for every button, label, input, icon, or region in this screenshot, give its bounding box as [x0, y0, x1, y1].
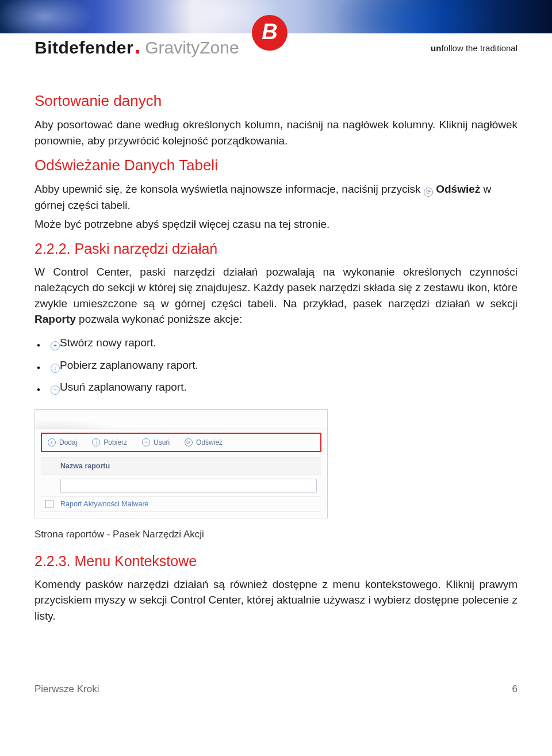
para-222: W Control Center, paski narzędzi działań… [34, 264, 518, 327]
minus-icon: − [51, 385, 60, 395]
brand-gravityzone: GravityZone [145, 38, 239, 58]
para-odswiezanie-bold: Odśwież [436, 183, 480, 195]
para-odswiezanie-1: Abby upewnić się, że konsola wyświetla n… [34, 181, 518, 213]
bullet-2-text: Pobierz zaplanowany raport. [60, 359, 198, 371]
refresh-icon: ⟳ [185, 438, 193, 446]
bullet-3-text: Usuń zaplanowany raport. [60, 381, 187, 393]
screenshot-table: Nazwa raportu Raport Aktywności Malware [35, 457, 327, 518]
heading-223: 2.2.3. Menu Kontekstowe [34, 553, 518, 570]
heading-222: 2.2.2. Paski narzędzi działań [34, 240, 518, 257]
minus-icon: − [142, 438, 150, 446]
heading-sortowanie: Sortowanie danych [34, 92, 518, 110]
para-odswiezanie-2: Może być potrzebne abyś spędził więcej c… [34, 216, 518, 232]
brand-badge-letter: B [262, 21, 277, 43]
para-222-b: pozwala wykonać poniższe akcje: [76, 313, 242, 325]
heading-odswiezanie: Odświeżanie Danych Tabeli [34, 156, 518, 174]
bullet-list: +Stwórz nowy raport. ↓Pobierz zaplanowan… [34, 335, 518, 395]
para-223: Komendy pasków narzędzi działań są równi… [34, 576, 518, 624]
bullet-2: ↓Pobierz zaplanowany raport. [51, 358, 518, 373]
screenshot-caption: Strona raportów - Pasek Narzędzi Akcji [34, 529, 518, 540]
tb-refresh-label: Odśwież [196, 438, 223, 446]
plus-icon: + [51, 341, 60, 350]
brand-left: Bitdefender GravityZone [34, 38, 239, 58]
brand-dot-icon [136, 50, 139, 54]
bullet-3: −Usuń zaplanowany raport. [51, 380, 518, 395]
tagline-rest: follow the traditional [441, 43, 518, 53]
row-cell: Raport Aktywności Malware [60, 500, 149, 508]
footer-left: Pierwsze Kroki [34, 684, 99, 695]
tb-add-label: Dodaj [59, 438, 77, 446]
row-checkbox[interactable] [45, 500, 53, 508]
tb-delete-label: Usuń [154, 438, 170, 446]
bullet-1: +Stwórz nowy raport. [51, 335, 518, 351]
tb-add[interactable]: + Dodaj [48, 438, 77, 446]
tagline-prefix: un [431, 43, 441, 53]
screenshot-top-bar [35, 410, 327, 429]
footer-page-number: 6 [512, 684, 518, 695]
footer: Pierwsze Kroki 6 [0, 632, 552, 695]
tb-delete[interactable]: − Usuń [142, 438, 170, 446]
para-odswiezanie-1a: Abby upewnić się, że konsola wyświetla n… [34, 183, 424, 195]
download-icon: ↓ [92, 438, 100, 446]
tagline: unfollow the traditional [431, 43, 518, 53]
screenshot-toolbar-row: + Dodaj ↓ Pobierz − Usuń ⟳ Odśwież [41, 433, 321, 452]
para-sortowanie: Aby posortować dane według określonych k… [34, 117, 518, 148]
tb-download[interactable]: ↓ Pobierz [92, 438, 127, 446]
tb-refresh[interactable]: ⟳ Odśwież [185, 438, 223, 446]
para-222-bold: Raporty [34, 313, 76, 325]
content: Sortowanie danych Aby posortować dane we… [0, 58, 552, 624]
bullet-1-text: Stwórz nowy raport. [60, 337, 156, 349]
tb-download-label: Pobierz [103, 438, 127, 446]
download-icon: ↓ [51, 364, 60, 373]
screenshot-col-header[interactable]: Nazwa raportu [41, 457, 321, 475]
refresh-icon: ⟳ [424, 188, 433, 197]
brand-bitdefender: Bitdefender [34, 38, 133, 58]
para-222-a: W Control Center, paski narzędzi działań… [34, 266, 518, 310]
brand-row: Bitdefender GravityZone B unfollow the t… [0, 33, 552, 58]
brand-badge: B [252, 15, 288, 51]
screenshot-filter-input[interactable] [60, 479, 317, 492]
screenshot-filter-row [41, 475, 321, 497]
table-row[interactable]: Raport Aktywności Malware [41, 497, 321, 512]
plus-icon: + [48, 438, 56, 446]
screenshot-toolbar: + Dodaj ↓ Pobierz − Usuń ⟳ Odśwież Nazwa… [34, 409, 328, 518]
